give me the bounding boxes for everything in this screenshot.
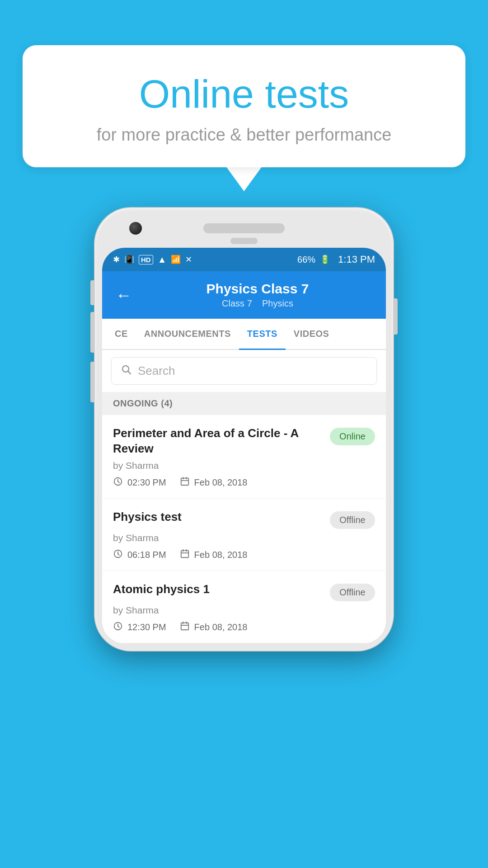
speech-bubble: Online tests for more practice & better …	[23, 45, 465, 167]
search-container: Search	[102, 350, 386, 392]
status-badge-2: Offline	[330, 511, 375, 529]
phone-side-button-right	[394, 298, 398, 335]
back-button[interactable]: ←	[116, 286, 132, 305]
tab-videos[interactable]: VIDEOS	[286, 319, 338, 349]
test-item-3-header: Atomic physics 1 Offline	[113, 582, 375, 601]
svg-rect-3	[181, 478, 188, 485]
tab-announcements[interactable]: ANNOUNCEMENTS	[136, 319, 239, 349]
test-item-3[interactable]: Atomic physics 1 Offline by Sharma 12:30…	[102, 571, 386, 643]
signal-icon: 📶	[171, 255, 181, 264]
test-author-3: by Sharma	[113, 605, 375, 616]
bubble-title: Online tests	[59, 72, 429, 116]
test-date-3: Feb 08, 2018	[180, 621, 248, 634]
bluetooth-icon: ✱	[113, 255, 120, 264]
status-time: 1:13 PM	[338, 254, 375, 265]
bubble-arrow	[226, 166, 262, 191]
status-bar-right: 66% 🔋 1:13 PM	[297, 254, 375, 265]
test-author-1: by Sharma	[113, 460, 375, 471]
vibrate-icon: 📳	[124, 255, 134, 264]
hd-badge: HD	[139, 255, 153, 264]
test-date-text-3: Feb 08, 2018	[194, 622, 248, 632]
calendar-icon-3	[180, 621, 190, 634]
test-time-text-2: 06:18 PM	[127, 550, 166, 560]
test-meta-2: 06:18 PM Feb 08, 2018	[113, 549, 375, 561]
phone-container: ✱ 📳 HD ▲ 📶 ✕ 66% 🔋 1:13 PM	[95, 208, 393, 651]
test-time-2: 06:18 PM	[113, 549, 166, 561]
phone-speaker	[203, 223, 285, 233]
test-time-1: 02:30 PM	[113, 476, 166, 489]
header-subject: Physics	[262, 298, 293, 308]
test-item-2[interactable]: Physics test Offline by Sharma 06:18 PM	[102, 499, 386, 571]
phone-screen: ✱ 📳 HD ▲ 📶 ✕ 66% 🔋 1:13 PM	[102, 248, 386, 643]
status-bar: ✱ 📳 HD ▲ 📶 ✕ 66% 🔋 1:13 PM	[102, 248, 386, 271]
clock-icon-1	[113, 476, 123, 489]
x-signal-icon: ✕	[185, 255, 192, 264]
calendar-icon-2	[180, 549, 190, 561]
svg-rect-8	[181, 550, 188, 557]
search-placeholder-text: Search	[138, 364, 175, 378]
header-title-block: Physics Class 7 Class 7 Physics	[143, 281, 372, 309]
phone-side-button-left1	[90, 280, 94, 305]
svg-line-1	[128, 372, 131, 374]
svg-rect-13	[181, 623, 188, 630]
test-item-1[interactable]: Perimeter and Area of a Circle - A Revie…	[102, 415, 386, 499]
test-date-text-1: Feb 08, 2018	[194, 477, 248, 488]
test-date-2: Feb 08, 2018	[180, 549, 248, 561]
tabs-bar: CE ANNOUNCEMENTS TESTS VIDEOS	[102, 319, 386, 350]
test-time-text-3: 12:30 PM	[127, 622, 166, 632]
status-bar-left-icons: ✱ 📳 HD ▲ 📶 ✕	[113, 255, 192, 265]
wifi-icon: ▲	[158, 255, 167, 265]
test-author-2: by Sharma	[113, 533, 375, 543]
phone-side-button-left2	[90, 312, 94, 353]
status-badge-1: Online	[330, 428, 375, 445]
test-time-text-1: 02:30 PM	[127, 477, 166, 488]
search-icon	[121, 364, 131, 378]
clock-icon-3	[113, 621, 123, 634]
clock-icon-2	[113, 549, 123, 561]
header-class: Class 7	[222, 298, 252, 308]
app-header: ← Physics Class 7 Class 7 Physics	[102, 271, 386, 319]
status-badge-3: Offline	[330, 584, 375, 601]
header-title: Physics Class 7	[143, 281, 372, 297]
tab-tests[interactable]: TESTS	[239, 319, 286, 349]
test-date-1: Feb 08, 2018	[180, 476, 248, 489]
speech-bubble-container: Online tests for more practice & better …	[23, 45, 465, 191]
section-header: ONGOING (4)	[102, 392, 386, 415]
phone-side-button-left3	[90, 362, 94, 402]
header-subtitle: Class 7 Physics	[143, 298, 372, 309]
test-title-1: Perimeter and Area of a Circle - A Revie…	[113, 426, 323, 457]
battery-icon: 🔋	[320, 255, 330, 264]
test-time-3: 12:30 PM	[113, 621, 166, 634]
test-title-2: Physics test	[113, 509, 323, 525]
phone-camera	[129, 222, 142, 235]
bubble-subtitle: for more practice & better performance	[59, 125, 429, 145]
phone-home-button	[230, 238, 258, 244]
phone-outer: ✱ 📳 HD ▲ 📶 ✕ 66% 🔋 1:13 PM	[95, 208, 393, 651]
test-item-2-header: Physics test Offline	[113, 509, 375, 529]
tab-ce[interactable]: CE	[107, 319, 136, 349]
test-title-3: Atomic physics 1	[113, 582, 323, 597]
battery-percent: 66%	[297, 255, 315, 265]
test-date-text-2: Feb 08, 2018	[194, 550, 248, 560]
test-item-1-header: Perimeter and Area of a Circle - A Revie…	[113, 426, 375, 457]
test-meta-3: 12:30 PM Feb 08, 2018	[113, 621, 375, 634]
search-input-wrap[interactable]: Search	[111, 357, 377, 385]
phone-top-hardware	[102, 215, 386, 238]
calendar-icon-1	[180, 476, 190, 489]
test-meta-1: 02:30 PM Feb 08, 2018	[113, 476, 375, 489]
